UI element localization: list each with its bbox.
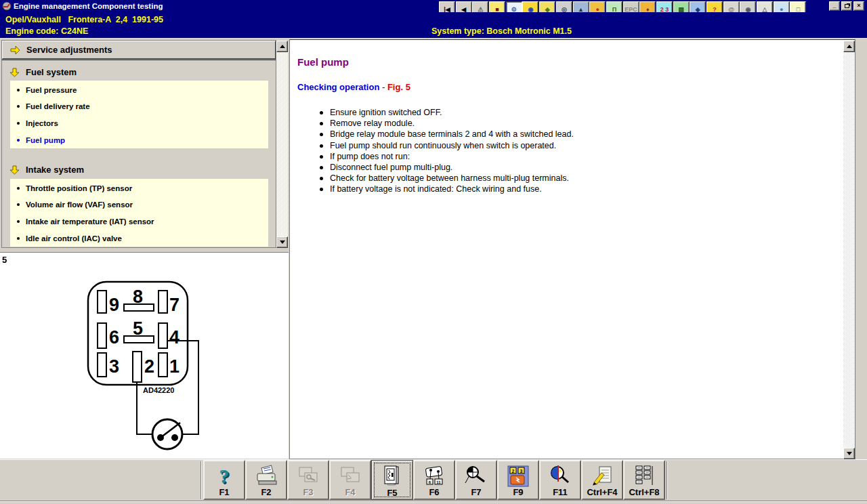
topic-fuel-delivery-rate[interactable]: Fuel delivery rate <box>10 98 268 114</box>
bullet-icon <box>17 220 20 223</box>
bullet-icon <box>320 166 323 169</box>
menu-list-icon <box>631 464 657 488</box>
toolbar-separator <box>667 461 668 499</box>
procedure-step: Ensure ignition switched OFF. <box>320 107 574 118</box>
svg-text:2: 2 <box>144 356 154 377</box>
sidebar-topics-panel: Fuel system Fuel pressure Fuel delivery … <box>1 60 276 248</box>
minimize-button[interactable]: _ <box>829 1 840 11</box>
topic-idle-air-control-valve[interactable]: Idle air control (IAC) valve <box>10 230 268 247</box>
scroll-up-button[interactable] <box>276 41 288 52</box>
heading-separator: - <box>379 82 387 92</box>
topic-volume-air-flow-sensor[interactable]: Volume air flow (VAF) sensor <box>10 196 268 213</box>
app-window: { "window": { "title": "Engine managemen… <box>0 0 867 504</box>
figures-button: F4 <box>329 460 371 500</box>
bullet-icon <box>320 177 323 180</box>
figures-key-button: F3 <box>287 460 329 500</box>
topic-label: Volume air flow (VAF) sensor <box>26 201 133 209</box>
procedure-step: Bridge relay module base terminals 2 and… <box>320 129 574 140</box>
menu-button[interactable]: Ctrl+F8 <box>623 460 665 500</box>
procedure-step: Disconnect fuel pump multi-plug. <box>320 162 574 173</box>
collapsed-arrow-icon <box>9 45 20 55</box>
notes-button[interactable]: Ctrl+F4 <box>581 460 623 500</box>
bullet-icon <box>17 122 20 125</box>
svg-text:4: 4 <box>169 327 179 348</box>
scroll-down-icon <box>280 240 285 244</box>
bullet-icon <box>320 155 323 159</box>
topic-label: Intake air temperature (IAT) sensor <box>26 217 154 226</box>
restore-button[interactable] <box>841 1 852 11</box>
sidebar-section-fuel-system[interactable]: Fuel system <box>3 63 268 81</box>
function-toolbar: ? F1 F2 <box>0 459 867 501</box>
print-button[interactable]: F2 <box>245 460 287 500</box>
printer-icon <box>253 464 279 488</box>
component-testing-button[interactable]: F5 <box>371 460 413 500</box>
expanded-arrow-icon <box>9 165 20 175</box>
procedure-step: Fuel pump should run continuously when s… <box>320 140 574 151</box>
bullet-icon <box>320 111 323 114</box>
engine-code: Engine code: C24NE <box>5 26 88 36</box>
sidebar-section-intake-system[interactable]: Intake system <box>3 161 268 178</box>
fuel-system-topic-list: Fuel pressure Fuel delivery rate Injecto… <box>10 81 268 148</box>
restore-icon <box>845 4 849 8</box>
relay-module-icon: 6 11 <box>421 464 447 488</box>
figure-link[interactable]: Fig. 5 <box>387 82 410 92</box>
bullet-icon <box>320 133 323 136</box>
topic-throttle-position-sensor[interactable]: Throttle position (TP) sensor <box>10 179 268 196</box>
procedure-list: Ensure ignition switched OFF. Remove rel… <box>320 107 574 195</box>
section-heading: Checking operation <box>297 82 379 92</box>
locator-magnifier-icon <box>463 464 489 488</box>
relay-pin-data-button[interactable]: 6 11 F6 <box>413 460 455 500</box>
vehicle-banner: Opel/Vauxhall Frontera-A 2,4 1991-95 Eng… <box>0 12 867 39</box>
window-controls: _ × <box>829 1 864 11</box>
topic-label: Fuel delivery rate <box>26 102 90 110</box>
topic-label: Throttle position (TP) sensor <box>26 184 132 192</box>
document-panel: Fuel pump Checking operation - Fig. 5 En… <box>289 39 855 459</box>
svg-text:AD42220: AD42220 <box>143 386 174 394</box>
sidebar-section-service-adjustments[interactable]: Service adjustments <box>2 41 276 59</box>
svg-text:11: 11 <box>436 480 441 484</box>
location-diagram-icon: 2 3 <box>505 464 531 488</box>
svg-text:9: 9 <box>109 295 119 315</box>
figure-number: 5 <box>2 255 7 265</box>
topic-label: Injectors <box>26 119 58 127</box>
section-label: Intake system <box>26 165 84 175</box>
bullet-icon <box>320 188 323 191</box>
notes-pencil-icon <box>589 464 615 488</box>
close-icon: × <box>857 2 860 9</box>
component-location-button[interactable]: 2 3 F9 <box>497 460 539 500</box>
component-locate-button[interactable]: F7 <box>455 460 497 500</box>
figure-panel: 5 9 8 7 6 5 4 3 2 1 AD42220 <box>0 252 289 459</box>
page-title: Fuel pump <box>297 56 349 68</box>
svg-text:2: 2 <box>512 469 515 474</box>
svg-text:6: 6 <box>109 327 119 348</box>
component-schematic-icon <box>379 463 405 488</box>
window-title: Engine management Component testing <box>14 0 163 12</box>
svg-text:3: 3 <box>109 356 119 377</box>
scroll-down-button[interactable] <box>276 236 288 248</box>
sidebar-scrollbar[interactable] <box>276 41 288 248</box>
help-button[interactable]: ? F1 <box>203 460 245 500</box>
topic-intake-air-temperature-sensor[interactable]: Intake air temperature (IAT) sensor <box>10 213 268 230</box>
topic-label: Fuel pump <box>26 136 65 144</box>
procedure-step: Remove relay module. <box>320 118 574 129</box>
close-button[interactable]: × <box>853 1 864 11</box>
bullet-icon <box>17 187 20 190</box>
scroll-up-button[interactable] <box>843 41 855 52</box>
scroll-down-button[interactable] <box>843 448 855 459</box>
bullet-icon <box>17 105 20 108</box>
bullet-icon <box>320 144 323 148</box>
bullet-icon <box>17 237 20 240</box>
status-strip <box>0 501 867 504</box>
svg-text:7: 7 <box>169 295 179 315</box>
toolbar-separator <box>200 461 202 499</box>
topic-fuel-pump-selected[interactable]: Fuel pump <box>10 131 268 148</box>
search-button[interactable]: F11 <box>539 460 581 500</box>
bullet-icon <box>320 122 323 125</box>
topic-label: Fuel pressure <box>26 86 77 94</box>
topic-fuel-pressure[interactable]: Fuel pressure <box>10 81 268 98</box>
minimize-icon: _ <box>832 2 836 9</box>
content-scrollbar[interactable] <box>843 41 855 459</box>
function-buttons: ? F1 F2 <box>203 460 665 500</box>
intake-system-topic-list: Throttle position (TP) sensor Volume air… <box>10 179 268 247</box>
topic-injectors[interactable]: Injectors <box>10 114 268 131</box>
